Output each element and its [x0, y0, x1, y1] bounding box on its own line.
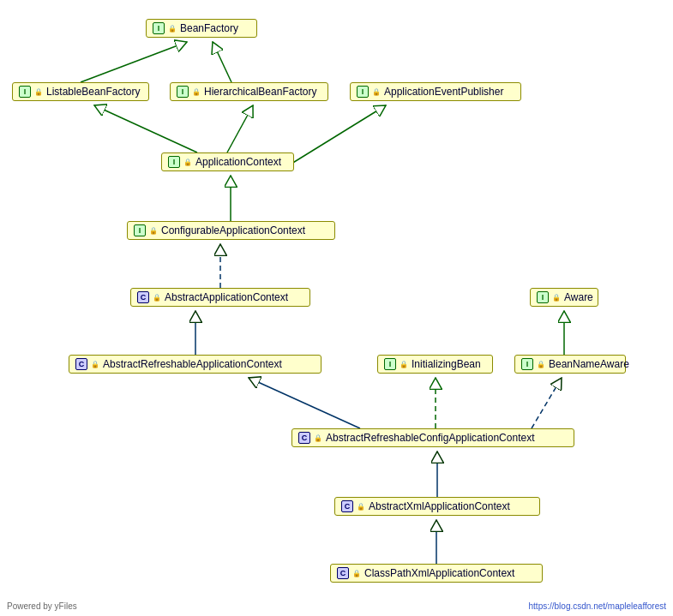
node-label: InitializingBean	[412, 358, 481, 370]
node-label: AbstractRefreshableApplicationContext	[103, 358, 282, 370]
svg-line-1	[213, 42, 231, 82]
node-abstractrefreshableconfigapplicationcontext: C 🔒 AbstractRefreshableConfigApplication…	[291, 428, 574, 447]
node-hierarchicalbeanfactory: I 🔒 HierarchicalBeanFactory	[170, 82, 328, 101]
node-label: AbstractApplicationContext	[165, 291, 288, 303]
node-label: AbstractRefreshableConfigApplicationCont…	[326, 432, 534, 444]
node-beannameaware: I 🔒 BeanNameAware	[514, 355, 626, 374]
node-abstractrefreshableapplicationcontext: C 🔒 AbstractRefreshableApplicationContex…	[69, 355, 321, 374]
node-applicationcontext: I 🔒 ApplicationContext	[161, 153, 294, 171]
node-initializingbean: I 🔒 InitializingBean	[377, 355, 493, 374]
svg-line-4	[291, 105, 386, 164]
node-label: Aware	[564, 291, 593, 303]
svg-line-2	[94, 105, 197, 153]
node-label: BeanFactory	[180, 22, 238, 34]
diagram-container: I 🔒 BeanFactory I 🔒 ListableBeanFactory …	[0, 0, 673, 616]
node-abstractxmlapplicationcontext: C 🔒 AbstractXmlApplicationContext	[334, 497, 540, 516]
svg-line-11	[532, 378, 562, 428]
node-applicationeventpublisher: I 🔒 ApplicationEventPublisher	[350, 82, 521, 101]
node-classpathxmlapplicationcontext: C 🔒 ClassPathXmlApplicationContext	[330, 564, 543, 583]
node-label: BeanNameAware	[549, 358, 629, 370]
node-label: ApplicationContext	[195, 156, 281, 168]
node-configurableapplicationcontext: I 🔒 ConfigurableApplicationContext	[127, 221, 335, 240]
footer-right: https://blog.csdn.net/mapleleafforest	[529, 601, 666, 611]
badge-i: I	[153, 22, 165, 34]
svg-line-0	[81, 42, 187, 82]
node-label: ListableBeanFactory	[46, 86, 140, 98]
svg-line-9	[249, 378, 360, 428]
node-beanfactory: I 🔒 BeanFactory	[146, 19, 257, 38]
node-label: AbstractXmlApplicationContext	[369, 500, 510, 512]
node-abstractapplicationcontext: C 🔒 AbstractApplicationContext	[130, 288, 310, 307]
node-listablebeanfactory: I 🔒 ListableBeanFactory	[12, 82, 149, 101]
node-label: HierarchicalBeanFactory	[204, 86, 316, 98]
node-label: ClassPathXmlApplicationContext	[364, 567, 514, 579]
footer-left: Powered by yFiles	[7, 601, 77, 611]
node-label: ConfigurableApplicationContext	[161, 224, 305, 236]
node-aware: I 🔒 Aware	[530, 288, 598, 307]
node-label: ApplicationEventPublisher	[384, 86, 503, 98]
svg-line-3	[227, 105, 253, 153]
